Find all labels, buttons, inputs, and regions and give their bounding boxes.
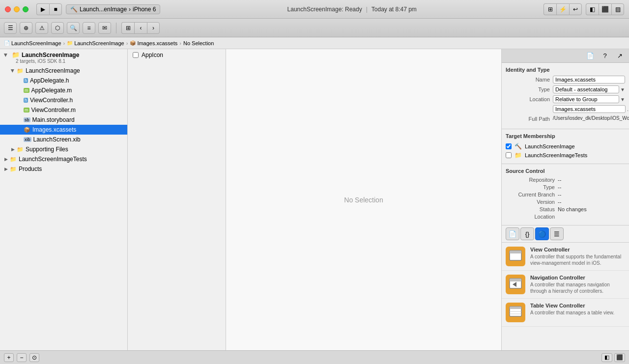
sidebar-item-products[interactable]: ▶ 📁 Products — [0, 164, 127, 174]
inspector-quick-help-btn[interactable]: ? — [599, 51, 611, 61]
inspector-file-btn[interactable]: 📄 — [584, 51, 597, 61]
repository-label: Repository — [506, 177, 555, 183]
forward-btn[interactable]: › — [147, 22, 160, 34]
type-label: Type — [506, 86, 550, 92]
sidebar-item-appdelegate-m[interactable]: m AppDelegate.m — [0, 85, 127, 95]
secondary-toolbar: ☰ ⊕ ⚠ ⬡ 🔍 ≡ ✉ ⊞ ‹ › — [0, 19, 629, 37]
note-btn[interactable]: ✉ — [98, 22, 111, 34]
location-row: Location Relative to Group ▼ — [506, 95, 625, 103]
full-path-label: Full Path — [506, 116, 550, 122]
asset-item-appicon[interactable]: AppIcon — [128, 49, 226, 61]
inspector-arrow-btn[interactable]: ↗ — [613, 51, 626, 61]
sidebar-item-launchscreen-xib[interactable]: xib LaunchScreen.xib — [0, 135, 127, 144]
appicon-checkbox[interactable] — [133, 52, 139, 58]
scheme-buttons[interactable]: ▶ ■ — [36, 3, 62, 15]
sidebar-item-main-storyboard[interactable]: sb Main.storyboard — [0, 115, 127, 125]
location-label: Location — [506, 96, 550, 102]
status-bar: + − ⊙ ◧ ⬛ — [0, 350, 629, 364]
left-panel-btn[interactable]: ◧ — [586, 3, 599, 15]
warning-btn[interactable]: ⚠ — [35, 22, 48, 34]
breadcrumb-item-4: No Selection — [183, 40, 214, 46]
sidebar-item-viewcontroller-m[interactable]: m ViewController.m — [0, 105, 127, 115]
close-button[interactable] — [5, 6, 11, 12]
breadcrumb-item-3[interactable]: 📦 Images.xcassets — [130, 40, 177, 46]
filter-btn[interactable]: 🔍 — [67, 22, 80, 34]
appicon-label: AppIcon — [142, 52, 163, 58]
layout-btn-3[interactable]: ↩ — [569, 3, 582, 15]
location-select-wrapper: Relative to Group ▼ — [553, 95, 625, 103]
status-bar-right: ◧ ⬛ — [497, 353, 625, 362]
launch-membership-checkbox[interactable] — [506, 143, 512, 149]
sc-location-label: Location — [506, 214, 555, 220]
breadcrumb-item-1[interactable]: 📄 LaunchScreenImage — [4, 40, 61, 46]
version-row: Version -- — [506, 199, 625, 205]
launch-membership-icon: 🔨 — [515, 143, 522, 150]
sidebar-item-viewcontroller-h[interactable]: h ViewController.h — [0, 95, 127, 105]
tests-membership-checkbox[interactable] — [506, 152, 512, 158]
asset-list: AppIcon — [128, 49, 226, 350]
sidebar-item-launch-group[interactable]: ▶ 📁 LaunchScreenImage — [0, 66, 127, 76]
location-select[interactable]: Relative to Group — [553, 95, 619, 103]
navigator-toggle[interactable]: ☰ — [4, 22, 17, 34]
bottom-panel-btn[interactable]: ⬛ — [599, 3, 611, 15]
sc-type-value: -- — [558, 184, 561, 190]
location-filename-input[interactable] — [553, 105, 626, 113]
add-item-btn[interactable]: + — [4, 353, 14, 362]
location-filename-row: … — [506, 105, 625, 113]
sidebar-item-appdelegate-h[interactable]: h AppDelegate.h — [0, 76, 127, 85]
type-chevron-icon: ▼ — [620, 87, 625, 92]
object-item-table-view-controller[interactable]: Table View Controller A controller that … — [502, 299, 629, 327]
right-panel-btn[interactable]: ▨ — [611, 3, 624, 15]
name-input[interactable] — [553, 76, 625, 84]
table-view-controller-icon — [506, 303, 525, 322]
breadcrumb-item-2[interactable]: 📁 LaunchScreenImage — [67, 40, 124, 46]
view-controller-icon — [506, 247, 525, 266]
add-btn[interactable]: ⊕ — [20, 22, 32, 34]
sidebar-item-images-xcassets[interactable]: 📦 Images.xcassets — [0, 125, 127, 135]
file-tab-btn[interactable]: 📄 — [506, 227, 519, 240]
diff-btn[interactable]: ≡ — [83, 22, 95, 34]
sidebar-item-tests-group[interactable]: ▶ 📁 LaunchScreenImageTests — [0, 154, 127, 164]
layout-btn-2[interactable]: ⚡ — [556, 3, 569, 15]
bookmark-btn[interactable]: ⬡ — [51, 22, 64, 34]
layout-buttons[interactable]: ⊞ ⚡ ↩ — [543, 3, 582, 15]
maximize-button[interactable] — [23, 6, 29, 12]
sc-type-row: Type -- — [506, 184, 625, 190]
layout-btn-1[interactable]: ⊞ — [543, 3, 556, 15]
status-bar-left: + − ⊙ — [4, 353, 132, 362]
target-membership-title: Target Membership — [506, 133, 625, 139]
type-select[interactable]: Default - assetcatalog — [553, 85, 619, 93]
reveal-in-finder-btn[interactable]: … — [626, 105, 629, 113]
project-selector[interactable]: 🔨 Launch...enImage › iPhone 6 — [66, 4, 160, 14]
list-tab-btn[interactable]: ☰ — [550, 227, 564, 240]
back-btn[interactable]: ‹ — [134, 22, 147, 34]
run-button[interactable]: ▶ — [36, 3, 49, 15]
identity-type-section: Identity and Type Name Type Default - as… — [502, 63, 629, 129]
membership-item-launch[interactable]: 🔨 LaunchScreenImage — [506, 142, 625, 151]
toggle-debug-btn[interactable]: ⬛ — [614, 353, 625, 362]
grid-view-btn[interactable]: ⊞ — [121, 22, 134, 34]
main-layout: ▶ 📁 LaunchScreenImage 2 targets, iOS SDK… — [0, 49, 629, 350]
code-tab-btn[interactable]: {} — [520, 227, 534, 240]
build-status: LaunchScreenImage: Ready — [287, 6, 362, 13]
stop-button[interactable]: ■ — [49, 3, 62, 15]
info-tab-btn[interactable]: 🔵 — [535, 227, 549, 240]
object-item-navigation-controller[interactable]: Navigation Controller A controller that … — [502, 271, 629, 299]
source-control-section: Source Control Repository -- Type -- Cur… — [502, 164, 629, 225]
navigation-controller-icon — [506, 275, 525, 294]
device-name: iPhone 6 — [133, 6, 156, 13]
toggle-inspectors-btn[interactable]: ◧ — [601, 353, 612, 362]
status-row: Status No changes — [506, 206, 625, 212]
sidebar-item-supporting-files[interactable]: ▶ 📁 Supporting Files — [0, 144, 127, 154]
nav-history[interactable]: ⊞ ‹ › — [121, 22, 160, 34]
object-item-view-controller[interactable]: View Controller A controller that suppor… — [502, 243, 629, 271]
membership-item-tests[interactable]: 📁 LaunchScreenImageTests — [506, 151, 625, 160]
sc-location-row: Location — [506, 214, 625, 220]
expand-arrow[interactable]: ▶ — [3, 52, 9, 58]
remove-item-btn[interactable]: − — [17, 353, 27, 362]
minimize-button[interactable] — [14, 6, 20, 12]
identity-type-title: Identity and Type — [506, 67, 625, 73]
project-root-item[interactable]: ▶ 📁 LaunchScreenImage 2 targets, iOS SDK… — [0, 49, 127, 66]
panel-buttons[interactable]: ◧ ⬛ ▨ — [586, 3, 624, 15]
zoom-level-btn[interactable]: ⊙ — [29, 353, 39, 362]
